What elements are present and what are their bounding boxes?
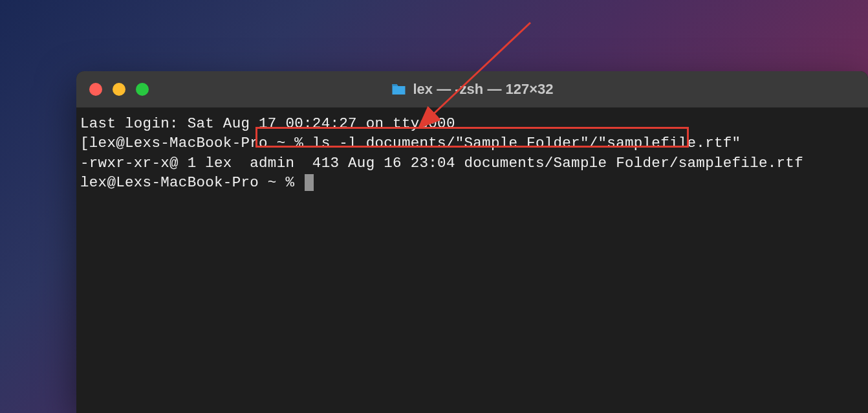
traffic-lights: [89, 83, 149, 96]
terminal-line-prompt: lex@Lexs-MacBook-Pro ~ %: [80, 173, 864, 192]
titlebar: lex — -zsh — 127×32: [76, 71, 868, 107]
command-text: ls -l documents/"Sample Folder"/"samplef…: [312, 135, 741, 151]
folder-icon: [391, 83, 406, 96]
cursor: [305, 174, 314, 191]
close-button[interactable]: [89, 83, 102, 96]
minimize-button[interactable]: [113, 83, 125, 96]
terminal-line-command: [lex@Lexs-MacBook-Pro ~ % ls -l document…: [80, 133, 864, 153]
terminal-line-login: Last login: Sat Aug 17 00:24:27 on ttys0…: [80, 114, 864, 133]
prompt-1: [lex@Lexs-MacBook-Pro ~ %: [80, 135, 312, 151]
maximize-button[interactable]: [136, 83, 149, 96]
window-title-text: lex — -zsh — 127×32: [413, 81, 553, 98]
terminal-window: lex — -zsh — 127×32 Last login: Sat Aug …: [76, 71, 868, 413]
terminal-content[interactable]: Last login: Sat Aug 17 00:24:27 on ttys0…: [76, 107, 868, 199]
terminal-line-output: -rwxr-xr-x@ 1 lex admin 413 Aug 16 23:04…: [80, 153, 864, 173]
window-title: lex — -zsh — 127×32: [391, 81, 553, 98]
prompt-2: lex@Lexs-MacBook-Pro ~ %: [80, 174, 303, 191]
